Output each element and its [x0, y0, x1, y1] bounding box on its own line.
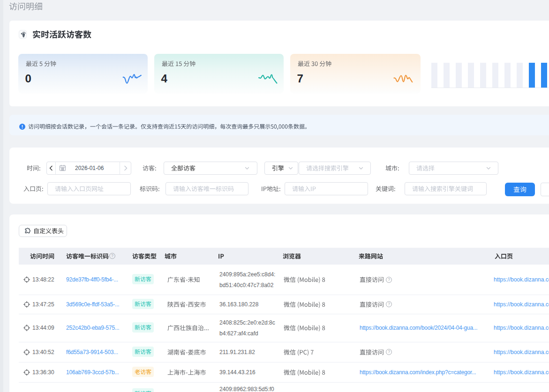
svg-text:?: ? — [388, 349, 390, 354]
svg-text:?: ? — [388, 277, 390, 282]
svg-text:?: ? — [111, 253, 113, 258]
svg-text:?: ? — [388, 302, 390, 306]
